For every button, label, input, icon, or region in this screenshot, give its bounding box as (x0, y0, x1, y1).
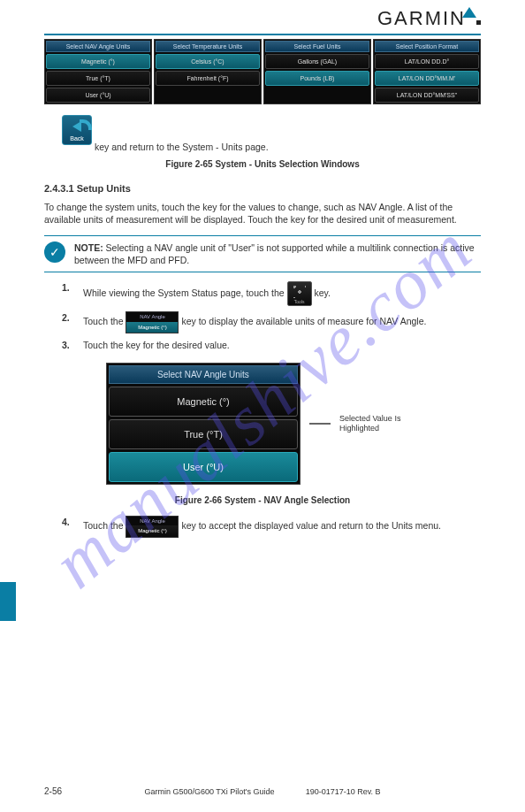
unit-option[interactable]: Fahrenheit (°F) (156, 71, 260, 86)
nav-angle-option[interactable]: Magnetic (°) (109, 387, 298, 417)
figure-nav-angle: Select NAV Angle UnitsMagnetic (°)True (… (44, 363, 481, 485)
unit-option[interactable]: LAT/LON DD°MM.M' (375, 71, 479, 86)
unit-option[interactable]: User (°U) (46, 88, 150, 103)
note-text: Selecting a NAV angle unit of "User" is … (74, 242, 475, 265)
callout-line (309, 423, 331, 425)
logo-delta-icon (462, 7, 476, 18)
section-tab (0, 582, 16, 621)
unit-option[interactable]: Pounds (LB) (265, 71, 369, 86)
figure-caption: Figure 2-66 System - NAV Angle Selection (44, 495, 481, 505)
step-number: 2. (62, 311, 76, 333)
tools-button[interactable]: Tools (287, 281, 312, 306)
mini-value: Magnetic (°) (126, 525, 178, 536)
panel-title: Select Position Format (375, 41, 479, 52)
panel-title: Select Temperature Units (156, 41, 260, 52)
garmin-logo: GARMIN (377, 7, 481, 30)
mini-title: NAV Angle (126, 517, 178, 525)
mini-value: Magnetic (°) (126, 322, 178, 333)
unit-panels-row: Select NAV Angle UnitsMagnetic (°)True (… (44, 39, 481, 104)
unit-panel: Select Temperature UnitsCelsius (°C)Fahr… (154, 39, 262, 104)
step-text: key to accept the displayed value and re… (181, 520, 441, 531)
footer-rev: 190-01717-10 Rev. B (306, 787, 381, 796)
callout-text: Selected Value Is Highlighted (339, 414, 419, 433)
footer-title: Garmin G500/G600 TXi Pilot's Guide (144, 787, 274, 796)
unit-panel: Select Fuel UnitsGallons (GAL)Pounds (LB… (263, 39, 371, 104)
panel-title: Select Fuel Units (265, 41, 369, 52)
nav-angle-option[interactable]: User (°U) (109, 452, 298, 482)
back-arrow-icon (72, 121, 81, 132)
section-heading: 2.4.3.1 Setup Units (44, 183, 481, 194)
unit-option[interactable]: Magnetic (°) (46, 54, 150, 69)
step-text: key to display the available units of me… (181, 317, 426, 327)
nav-angle-option[interactable]: True (°T) (109, 419, 298, 449)
logo-text: GARMIN (377, 7, 466, 29)
unit-option[interactable]: True (°T) (46, 71, 150, 86)
nav-angle-button[interactable]: NAV Angle Magnetic (°) (126, 311, 179, 333)
step-text: key and return to the System - Units pag… (95, 142, 269, 152)
note-label: NOTE: (74, 242, 103, 253)
figure-caption: Figure 2-65 System - Units Selection Win… (44, 159, 481, 169)
step-number: 3. (62, 339, 76, 352)
panel-title: Select NAV Angle Units (46, 41, 150, 52)
mini-title: NAV Angle (126, 312, 178, 321)
unit-option[interactable]: Celsius (°C) (156, 54, 260, 69)
unit-option[interactable]: LAT/LON DD.D° (375, 54, 479, 69)
back-label: Back (63, 134, 91, 143)
footer: Garmin G500/G600 TXi Pilot's Guide 190-0… (0, 787, 525, 796)
unit-option[interactable]: LAT/LON DD°MM'SS" (375, 88, 479, 103)
note-box: ✓ NOTE: Selecting a NAV angle unit of "U… (44, 235, 481, 272)
step-text: Touch the (83, 317, 124, 327)
back-button[interactable]: Back (62, 115, 92, 145)
unit-option[interactable]: Gallons (GAL) (265, 54, 369, 69)
step-number: 4. (62, 516, 76, 538)
note-check-icon: ✓ (44, 241, 65, 263)
nav-angle-panel: Select NAV Angle UnitsMagnetic (°)True (… (106, 363, 301, 485)
tools-label: Tools (288, 299, 311, 305)
paragraph: To change the system units, touch the ke… (44, 201, 481, 226)
nav-angle-button[interactable]: NAV Angle Magnetic (°) (126, 516, 179, 538)
unit-panel: Select NAV Angle UnitsMagnetic (°)True (… (44, 39, 152, 104)
step-number: 1. (62, 281, 76, 306)
panel-title: Select NAV Angle Units (109, 365, 298, 384)
step-text: Touch the key for the desired value. (83, 339, 481, 352)
unit-panel: Select Position FormatLAT/LON DD.D°LAT/L… (373, 39, 481, 104)
logo-dot (476, 20, 481, 25)
step-text: Touch the (83, 520, 124, 531)
step-text: While viewing the System Status page, to… (83, 287, 285, 298)
step-text: key. (314, 287, 330, 298)
header: GARMIN (44, 7, 481, 35)
